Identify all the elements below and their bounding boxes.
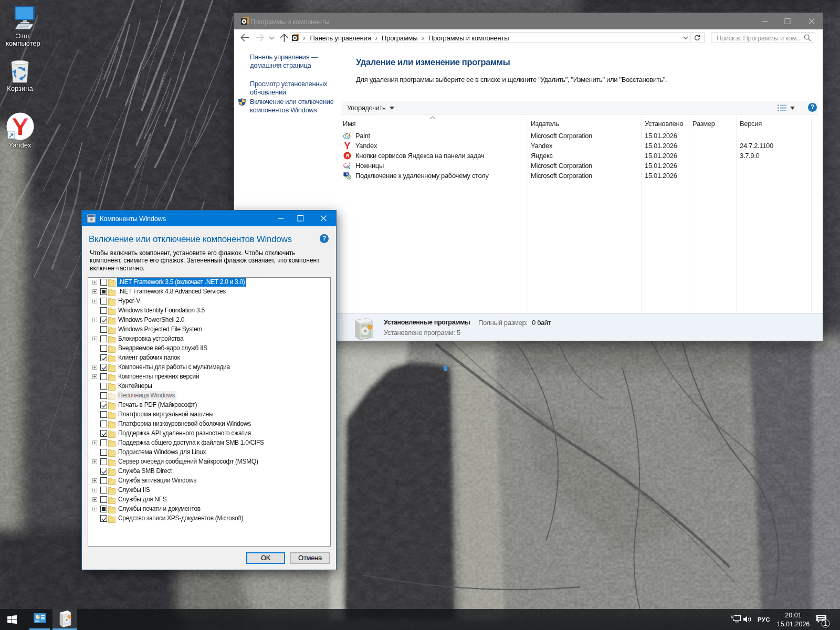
svg-text:Я: Я bbox=[345, 153, 349, 159]
svg-text:1: 1 bbox=[824, 620, 827, 627]
